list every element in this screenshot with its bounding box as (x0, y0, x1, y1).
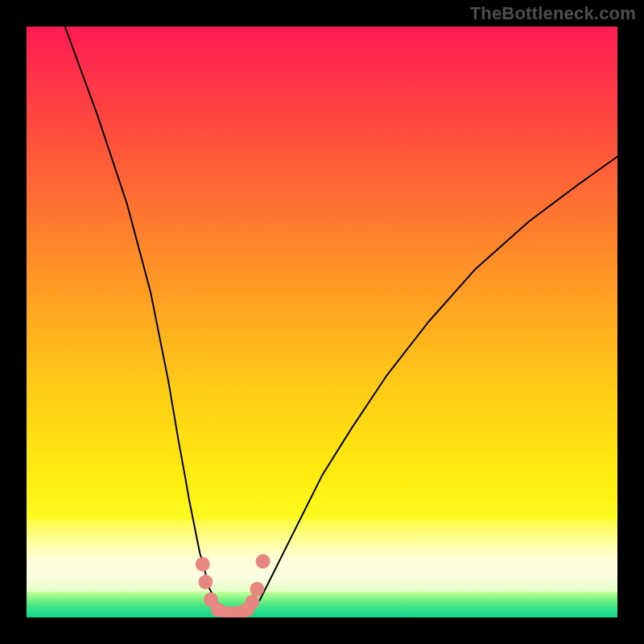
watermark-text: TheBottleneck.com (470, 3, 636, 24)
curve-layer (27, 27, 617, 617)
left-curve (65, 27, 222, 612)
marker-dot (196, 557, 210, 572)
right-curve (251, 156, 617, 611)
marker-dot (256, 554, 270, 568)
marker-dot (245, 595, 259, 609)
chart-frame: TheBottleneck.com (0, 0, 644, 644)
marker-dot (198, 575, 213, 589)
plot-area (27, 27, 617, 617)
marker-group (196, 554, 270, 617)
marker-dot (250, 582, 264, 597)
